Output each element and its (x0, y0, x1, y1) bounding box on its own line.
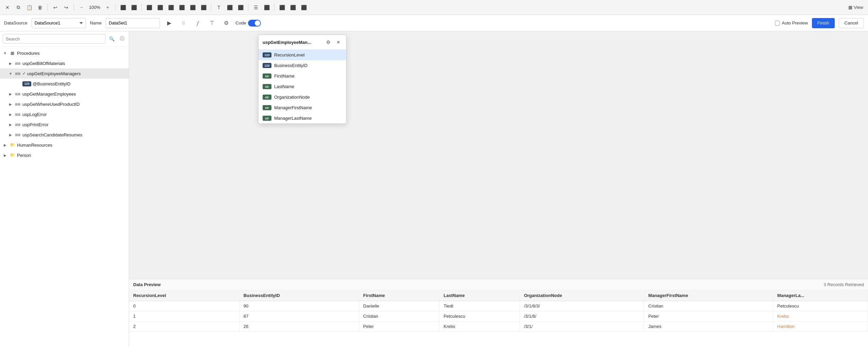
tree: ▼ ⊞ Procedures ▶ ⊞⊞ uspGetBillOfMaterial… (0, 47, 129, 347)
bottom-btn[interactable]: ⬛ (236, 3, 245, 12)
sidebar-item-person[interactable]: ▶ 📁 Person (0, 150, 129, 160)
popup-item-managerlastname[interactable]: str ManagerLastName (259, 113, 346, 123)
col-managerlastname: ManagerLa... (773, 290, 868, 301)
sidebar-item-uspGetManagerEmployees[interactable]: ▶ ⊞⊞ uspGetManagerEmployees (0, 89, 129, 99)
folder-icon: 📁 (9, 153, 16, 158)
cell-managerlastname: Petculescu (773, 301, 868, 311)
datasource-label: DataSource (4, 20, 28, 26)
chevron-right-icon: ▶ (8, 133, 13, 137)
search-bar: 🔍 ⓘ (0, 31, 129, 47)
proc-icon: ⊞⊞ (14, 133, 21, 137)
proc-icon: ⊞⊞ (14, 92, 21, 96)
filter-btn[interactable]: ⊤ (207, 18, 217, 28)
sep5 (211, 4, 211, 11)
proc-label: uspGetWhereUsedProductID (22, 102, 79, 107)
info-icon-btn[interactable]: ⓘ (118, 35, 126, 43)
cell-lastname: Tiedt (439, 301, 520, 311)
cell-lastname: Petculescu (439, 311, 520, 321)
sidebar-item-procedures[interactable]: ▼ ⊞ Procedures (0, 48, 129, 58)
toggle-knob (255, 20, 260, 26)
name-input[interactable] (106, 18, 160, 28)
align-btn1[interactable]: ⬛ (118, 3, 128, 12)
popup-item-organizationnode[interactable]: str OrganizationNode (259, 92, 346, 102)
text-btn[interactable]: T (214, 3, 224, 12)
code-label: Code (235, 20, 246, 26)
cancel-button[interactable]: Cancel (839, 18, 864, 28)
popup-item-managerfirstname[interactable]: str ManagerFirstName (259, 102, 346, 113)
layout-btn1[interactable]: ⬛ (144, 3, 154, 12)
type-badge-str: str (263, 95, 271, 100)
popup-settings-icon[interactable]: ⚙ (324, 38, 332, 46)
chevron-right-icon: ▶ (8, 92, 13, 96)
vcenter-btn[interactable]: ⬛ (225, 3, 234, 12)
close-btn[interactable]: ✕ (3, 3, 12, 12)
undo-btn[interactable]: ↩ (51, 3, 60, 12)
layout-btn2[interactable]: ⬛ (155, 3, 165, 12)
code-toggle: Code (235, 20, 261, 27)
field-label: OrganizationNode (274, 95, 310, 100)
popup-item-firstname[interactable]: str FirstName (259, 71, 346, 81)
proc-icon: ⊞⊞ (14, 72, 21, 76)
type-badge-123: 123 (263, 52, 271, 57)
layout-btn6[interactable]: ⬛ (199, 3, 208, 12)
sep1 (48, 4, 48, 11)
sidebar-item-uspGetEmployeeManagers[interactable]: ▼ ⊞⊞ ✓ uspGetEmployeeManagers (0, 68, 129, 79)
check-icon: ✓ (22, 71, 26, 76)
auto-preview-label: Auto Preview (782, 20, 808, 26)
sidebar-item-uspGetWhereUsedProductID[interactable]: ▶ ⊞⊞ uspGetWhereUsedProductID (0, 99, 129, 109)
sidebar-item-businessentityid-param[interactable]: ▶ 123 @BusinessEntityID (0, 79, 129, 89)
settings-btn[interactable]: ⚙ (221, 18, 231, 28)
search-input[interactable] (3, 34, 106, 44)
preview-table: RecursionLevel BusinessEntityID FirstNam… (129, 290, 868, 332)
sidebar-item-humanresources[interactable]: ▶ 📁 HumanResources (0, 140, 129, 150)
col-lastname: LastName (439, 290, 520, 301)
col-managerfirstname: ManagerFirstName (644, 290, 773, 301)
code-toggle-switch[interactable] (248, 20, 261, 27)
sidebar-item-uspLogError[interactable]: ▶ ⊞⊞ uspLogError (0, 109, 129, 119)
zoom-out-btn[interactable]: － (77, 3, 86, 12)
layout-btn5[interactable]: ⬛ (188, 3, 197, 12)
sidebar-item-uspSearchCandidateResumes[interactable]: ▶ ⊞⊞ uspSearchCandidateResumes (0, 130, 129, 140)
type-badge-str: str (263, 84, 271, 89)
proc-icon: ⊞⊞ (14, 62, 21, 65)
popup-item-recursionlevel[interactable]: 123 RecursionLevel (259, 50, 346, 60)
copy-btn[interactable]: ⧉ (14, 3, 23, 12)
auto-preview-checkbox[interactable] (775, 21, 780, 26)
paste-btn[interactable]: 📋 (24, 3, 34, 12)
main-layout: 🔍 ⓘ ▼ ⊞ Procedures ▶ ⊞⊞ uspGetBillOfMate… (0, 31, 868, 347)
field-label: ManagerLastName (274, 116, 312, 121)
popup-close-icon[interactable]: ✕ (335, 38, 342, 46)
popup-item-lastname[interactable]: str LastName (259, 81, 346, 92)
play-btn[interactable]: ▶ (164, 18, 174, 28)
layout-btn4[interactable]: ⬛ (177, 3, 187, 12)
chevron-right-icon: ▶ (8, 123, 13, 127)
view-btn[interactable]: ▦ View (846, 3, 865, 12)
delete-btn[interactable]: 🗑 (35, 3, 45, 12)
redo-btn[interactable]: ↪ (61, 3, 71, 12)
finish-button[interactable]: Finish (812, 18, 835, 28)
select-btn[interactable]: ⬛ (277, 3, 287, 12)
pause-btn[interactable]: ⏸ (178, 18, 189, 28)
schema-label: Person (17, 153, 31, 158)
datasource-select[interactable]: DataSource1 (32, 18, 86, 28)
group-btn[interactable]: ⬛ (288, 3, 298, 12)
formula-btn[interactable]: 𝑓 (193, 18, 203, 28)
cell-businessentityid: 90 (239, 301, 359, 311)
col-btn[interactable]: ⬛ (262, 3, 271, 12)
col-recursionlevel: RecursionLevel (129, 290, 239, 301)
sidebar-item-uspPrintError[interactable]: ▶ ⊞⊞ uspPrintError (0, 119, 129, 130)
layout-btn3[interactable]: ⬛ (166, 3, 176, 12)
sidebar-item-uspGetBillOfMaterials[interactable]: ▶ ⊞⊞ uspGetBillOfMaterials (0, 58, 129, 68)
zoom-in-btn[interactable]: ＋ (103, 3, 112, 12)
ungroup-btn[interactable]: ⬛ (299, 3, 308, 12)
list-btn[interactable]: ☰ (251, 3, 261, 12)
popup-item-businessentityid[interactable]: 123 BusinessEntityID (259, 60, 346, 71)
chevron-right-icon: ▶ (3, 143, 7, 147)
search-icon-btn[interactable]: 🔍 (108, 35, 116, 43)
cell-firstname: Cristian (359, 311, 440, 321)
table-row: 187CristianPetculescu/3/1/8/PeterKrebs (129, 311, 868, 321)
align-btn2[interactable]: ⬛ (129, 3, 139, 12)
cell-organizationnode: /3/1/8/ (520, 311, 644, 321)
toolbar-right: ▦ View (846, 3, 865, 12)
proc-label: uspSearchCandidateResumes (22, 132, 82, 137)
